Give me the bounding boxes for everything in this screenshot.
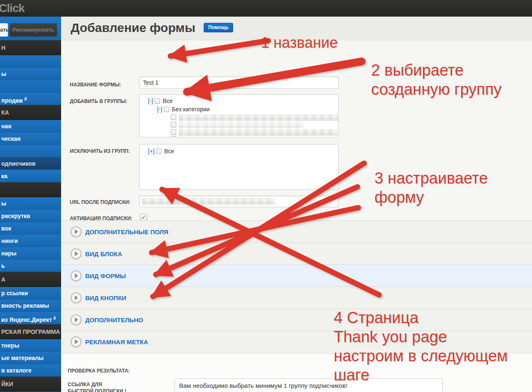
sidebar-item[interactable]: ые материалы: [0, 352, 61, 364]
quick-link-message: Вам необходимо выбрать минимум 1 группу …: [179, 382, 347, 389]
annotation-2-choose-group: 2 выбираете созданную группу: [371, 61, 502, 99]
group-checkbox[interactable]: [164, 107, 169, 112]
sidebar-item[interactable]: ная: [0, 120, 61, 132]
group-checkbox[interactable]: [171, 122, 176, 127]
section-label[interactable]: ДОПОЛНИТЕЛЬНЫЕ ПОЛЯ: [85, 221, 168, 243]
sidebar-item-label: ь: [1, 262, 5, 269]
exclude-groups-label: ИСКЛЮЧИТЬ ИЗ ГРУПП:: [70, 148, 130, 154]
sidebar-item[interactable]: в каталоге: [0, 364, 61, 377]
app-logo: Click: [0, 2, 25, 15]
top-bar: Click: [0, 0, 532, 17]
sidebar-item[interactable]: вок: [0, 222, 61, 235]
sidebar-item[interactable]: нары: [0, 247, 61, 260]
tree-node-all[interactable]: [+]Все: [148, 148, 174, 154]
help-button[interactable]: Помощь: [204, 23, 233, 32]
page-title: Добавление формы: [71, 21, 195, 35]
sidebar-header-label: Н: [1, 44, 5, 51]
sidebar-header-label: ЙКИ: [1, 381, 13, 387]
group-checkbox[interactable]: [171, 130, 176, 135]
sidebar-item-label: ная: [1, 123, 11, 130]
sidebar-item-label: ка: [1, 173, 7, 179]
sidebar-item-label: р ссылки: [1, 290, 28, 296]
tab-sell[interactable]: ать: [0, 23, 8, 37]
expand-arrow-icon[interactable]: [71, 336, 81, 347]
section-button-view[interactable]: ВИД КНОПКИ: [62, 287, 532, 309]
collapse-toggle[interactable]: [-]: [157, 106, 162, 113]
add-groups-label: ДОБАВИТЬ В ГРУППЫ:: [70, 98, 127, 104]
section-label[interactable]: ВИД ФОРМЫ: [85, 265, 126, 287]
sidebar-item-label: тнеры: [1, 342, 20, 349]
tree-node-all[interactable]: [-]Все: [148, 98, 173, 104]
sidebar-item-selected[interactable]: одписчиков: [0, 157, 61, 170]
sidebar-item-label: ы: [1, 200, 6, 207]
sidebar-item[interactable]: вность рекламы: [0, 299, 61, 312]
url-after-subscribe-label: URL ПОСЛЕ ПОДПИСКИ:: [70, 199, 131, 205]
sidebar-item-label: ы: [1, 71, 6, 77]
sidebar-item-label: раскрутка: [1, 213, 30, 219]
annotation-3-configure-form: 3 настраиваете форму: [374, 169, 488, 207]
sidebar-header-label: КА: [1, 109, 9, 116]
tree-node-no-category[interactable]: [-]Без категории: [157, 106, 209, 113]
section-label[interactable]: РЕКЛАМНАЯ МЕТКА: [85, 331, 148, 353]
tree-node-label: Без категории: [172, 106, 209, 113]
sidebar-item[interactable]: [0, 55, 61, 68]
sidebar-item[interactable]: ы: [0, 197, 61, 210]
sidebar-item[interactable]: нинги: [0, 235, 61, 247]
sidebar-item-label: ые материалы: [1, 355, 44, 361]
beta-badge: β: [25, 97, 27, 101]
sidebar-item[interactable]: ы: [0, 68, 61, 80]
section-block-view[interactable]: ВИД БЛОКА: [62, 243, 532, 265]
sidebar-item-label: из Яндекс.Директ: [1, 316, 52, 323]
sidebar-item-label: нинги: [1, 238, 18, 244]
expand-arrow-icon[interactable]: [71, 226, 81, 237]
redacted-group-name: [179, 129, 337, 136]
sidebar: ать Рекламировать Н ы продаж β КА ная че…: [0, 17, 61, 392]
sidebar-section-header: А: [0, 272, 61, 287]
sidebar-item-label: одписчиков: [1, 160, 35, 167]
sidebar-item[interactable]: тнеры: [0, 339, 61, 352]
sidebar-section-header: РСКАЯ ПРОГРАММА: [0, 324, 61, 339]
section-label[interactable]: ДОПОЛНИТЕЛЬНО: [85, 309, 143, 331]
expand-toggle[interactable]: [+]: [148, 148, 155, 154]
sidebar-section-header: КА: [0, 105, 61, 120]
sidebar-item[interactable]: [0, 145, 61, 157]
activation-checkbox[interactable]: ✓: [140, 214, 147, 221]
groups-tree: [-]Все [-]Без категории: [139, 94, 339, 137]
redacted-group-name: [179, 114, 339, 121]
group-checkbox[interactable]: [155, 98, 160, 104]
quick-link-label-line1: ССЫЛКА ДЛЯ: [68, 382, 102, 387]
expand-arrow-icon[interactable]: [71, 270, 81, 281]
annotation-4-thank-you-page: 4 Страница Thank you page настроим в сле…: [334, 308, 508, 385]
form-name-input[interactable]: [139, 76, 339, 89]
sidebar-tabs: ать Рекламировать: [0, 17, 61, 40]
sidebar-item-label: продаж: [1, 97, 23, 104]
sidebar-item[interactable]: ка: [0, 170, 61, 182]
group-checkbox[interactable]: [171, 115, 176, 120]
sidebar-item-label: вок: [1, 225, 11, 232]
tab-advertise[interactable]: Рекламировать: [10, 23, 57, 37]
sidebar-item[interactable]: [0, 80, 61, 93]
sidebar-item-label: вность рекламы: [1, 302, 49, 309]
section-form-view[interactable]: ВИД ФОРМЫ: [62, 265, 532, 287]
form-name-label: НАЗВАНИЕ ФОРМЫ:: [70, 82, 121, 88]
expand-arrow-icon[interactable]: [71, 248, 81, 259]
sidebar-item[interactable]: продаж β: [0, 93, 61, 105]
group-checkbox[interactable]: [171, 136, 176, 137]
section-additional-fields[interactable]: ДОПОЛНИТЕЛЬНЫЕ ПОЛЯ: [62, 220, 532, 243]
expand-arrow-icon[interactable]: [71, 292, 81, 303]
section-label[interactable]: ВИД КНОПКИ: [85, 287, 126, 309]
collapse-toggle[interactable]: [-]: [148, 98, 153, 104]
exclude-groups-tree: [+]Все: [139, 144, 339, 190]
group-checkbox[interactable]: [156, 149, 162, 154]
sidebar-item[interactable]: раскрутка: [0, 210, 61, 222]
section-label[interactable]: ВИД БЛОКА: [85, 243, 122, 265]
sidebar-item[interactable]: р ссылки: [0, 287, 61, 299]
sidebar-item[interactable]: ческая: [0, 132, 61, 145]
redacted-group-name: [179, 122, 303, 128]
sidebar-item[interactable]: из Яндекс.Директ β: [0, 312, 61, 324]
sidebar-section-header: Н: [0, 40, 61, 55]
expand-arrow-icon[interactable]: [71, 314, 81, 325]
sidebar-item[interactable]: ь: [0, 260, 61, 272]
tree-node-label: Все: [164, 148, 174, 154]
sidebar-item-label: в каталоге: [1, 367, 32, 374]
